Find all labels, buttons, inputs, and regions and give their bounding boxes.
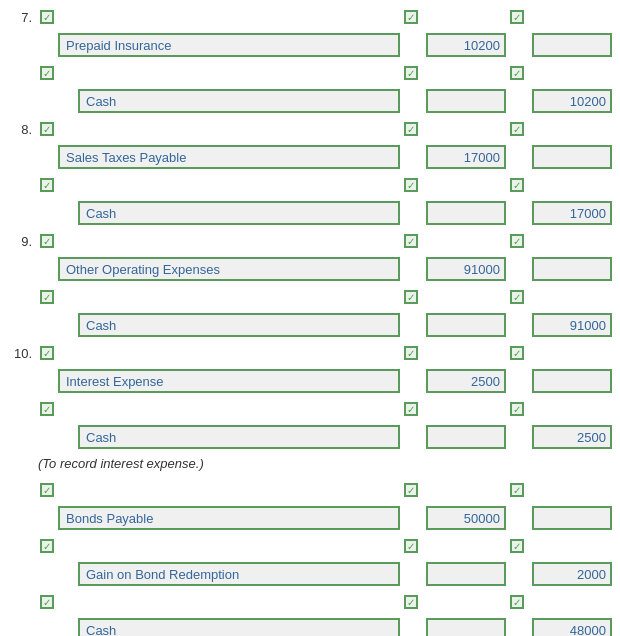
check-left-0-0[interactable]: ✓ <box>36 10 58 24</box>
check-mid-2-1[interactable]: ✓ <box>400 290 422 304</box>
debit-input-3-0[interactable] <box>426 369 506 393</box>
account-input-2-0[interactable] <box>58 257 400 281</box>
check-row-2-1: ✓✓✓ <box>8 284 612 310</box>
check-mid-1-1[interactable]: ✓ <box>400 178 422 192</box>
account-input-1-0[interactable] <box>58 145 400 169</box>
debit-input-0-1[interactable] <box>426 89 506 113</box>
check-mid-1-0[interactable]: ✓ <box>400 122 422 136</box>
debit-cell-0-1 <box>426 89 506 113</box>
account-input-4-0[interactable] <box>58 506 400 530</box>
credit-input-4-1[interactable] <box>532 562 612 586</box>
credit-input-0-1[interactable] <box>532 89 612 113</box>
check-left-4-2[interactable]: ✓ <box>36 595 58 609</box>
credit-cell-3-0 <box>532 369 612 393</box>
account-row-4-0 <box>8 505 612 531</box>
account-row-3-0 <box>8 368 612 394</box>
credit-input-4-2[interactable] <box>532 618 612 636</box>
check-mid-4-0[interactable]: ✓ <box>400 483 422 497</box>
check-right-2-1[interactable]: ✓ <box>506 290 528 304</box>
account-input-3-1[interactable] <box>78 425 400 449</box>
credit-input-1-1[interactable] <box>532 201 612 225</box>
credit-cell-1-1 <box>532 201 612 225</box>
check-right-4-1[interactable]: ✓ <box>506 539 528 553</box>
check-right-4-2[interactable]: ✓ <box>506 595 528 609</box>
debit-input-4-0[interactable] <box>426 506 506 530</box>
entry-group-3: 10.✓✓✓✓✓✓(To record interest expense.) <box>8 340 612 475</box>
check-row-3-0: 10.✓✓✓ <box>8 340 612 366</box>
account-cell-0-1 <box>58 89 400 113</box>
entry-number-2: 9. <box>8 234 36 249</box>
credit-cell-1-0 <box>532 145 612 169</box>
entry-number-0: 7. <box>8 10 36 25</box>
check-left-3-0[interactable]: ✓ <box>36 346 58 360</box>
check-mid-0-1[interactable]: ✓ <box>400 66 422 80</box>
check-left-1-1[interactable]: ✓ <box>36 178 58 192</box>
credit-input-3-0[interactable] <box>532 369 612 393</box>
debit-cell-2-0 <box>426 257 506 281</box>
credit-input-4-0[interactable] <box>532 506 612 530</box>
debit-input-4-2[interactable] <box>426 618 506 636</box>
debit-cell-1-1 <box>426 201 506 225</box>
account-cell-0-0 <box>58 33 400 57</box>
account-row-2-0 <box>8 256 612 282</box>
check-mid-0-0[interactable]: ✓ <box>400 10 422 24</box>
journal-container: 7.✓✓✓✓✓✓8.✓✓✓✓✓✓9.✓✓✓✓✓✓10.✓✓✓✓✓✓(To rec… <box>0 0 620 636</box>
account-cell-4-1 <box>58 562 400 586</box>
check-left-0-1[interactable]: ✓ <box>36 66 58 80</box>
check-left-4-0[interactable]: ✓ <box>36 483 58 497</box>
check-right-1-0[interactable]: ✓ <box>506 122 528 136</box>
debit-input-3-1[interactable] <box>426 425 506 449</box>
debit-input-4-1[interactable] <box>426 562 506 586</box>
debit-cell-3-1 <box>426 425 506 449</box>
check-mid-4-2[interactable]: ✓ <box>400 595 422 609</box>
check-row-4-0: ✓✓✓ <box>8 477 612 503</box>
check-left-3-1[interactable]: ✓ <box>36 402 58 416</box>
debit-input-2-1[interactable] <box>426 313 506 337</box>
debit-cell-3-0 <box>426 369 506 393</box>
account-cell-1-1 <box>58 201 400 225</box>
check-row-2-0: 9.✓✓✓ <box>8 228 612 254</box>
account-input-1-1[interactable] <box>78 201 400 225</box>
account-row-1-0 <box>8 144 612 170</box>
check-mid-2-0[interactable]: ✓ <box>400 234 422 248</box>
account-row-2-1 <box>8 312 612 338</box>
check-right-3-0[interactable]: ✓ <box>506 346 528 360</box>
check-right-2-0[interactable]: ✓ <box>506 234 528 248</box>
check-right-0-1[interactable]: ✓ <box>506 66 528 80</box>
check-right-0-0[interactable]: ✓ <box>506 10 528 24</box>
check-right-3-1[interactable]: ✓ <box>506 402 528 416</box>
account-input-0-0[interactable] <box>58 33 400 57</box>
account-row-1-1 <box>8 200 612 226</box>
account-input-4-2[interactable] <box>78 618 400 636</box>
entry-number-1: 8. <box>8 122 36 137</box>
check-right-4-0[interactable]: ✓ <box>506 483 528 497</box>
debit-input-1-1[interactable] <box>426 201 506 225</box>
note-3: (To record interest expense.) <box>8 452 612 475</box>
account-input-0-1[interactable] <box>78 89 400 113</box>
check-left-1-0[interactable]: ✓ <box>36 122 58 136</box>
check-row-1-1: ✓✓✓ <box>8 172 612 198</box>
debit-input-0-0[interactable] <box>426 33 506 57</box>
account-input-3-0[interactable] <box>58 369 400 393</box>
check-row-4-1: ✓✓✓ <box>8 533 612 559</box>
debit-input-1-0[interactable] <box>426 145 506 169</box>
check-left-2-0[interactable]: ✓ <box>36 234 58 248</box>
check-left-2-1[interactable]: ✓ <box>36 290 58 304</box>
credit-input-0-0[interactable] <box>532 33 612 57</box>
account-input-2-1[interactable] <box>78 313 400 337</box>
credit-input-1-0[interactable] <box>532 145 612 169</box>
check-left-4-1[interactable]: ✓ <box>36 539 58 553</box>
check-mid-4-1[interactable]: ✓ <box>400 539 422 553</box>
check-mid-3-1[interactable]: ✓ <box>400 402 422 416</box>
credit-input-3-1[interactable] <box>532 425 612 449</box>
credit-input-2-0[interactable] <box>532 257 612 281</box>
account-cell-3-1 <box>58 425 400 449</box>
check-right-1-1[interactable]: ✓ <box>506 178 528 192</box>
credit-cell-4-1 <box>532 562 612 586</box>
debit-input-2-0[interactable] <box>426 257 506 281</box>
check-mid-3-0[interactable]: ✓ <box>400 346 422 360</box>
credit-input-2-1[interactable] <box>532 313 612 337</box>
entry-group-1: 8.✓✓✓✓✓✓ <box>8 116 612 226</box>
check-row-3-1: ✓✓✓ <box>8 396 612 422</box>
account-input-4-1[interactable] <box>78 562 400 586</box>
